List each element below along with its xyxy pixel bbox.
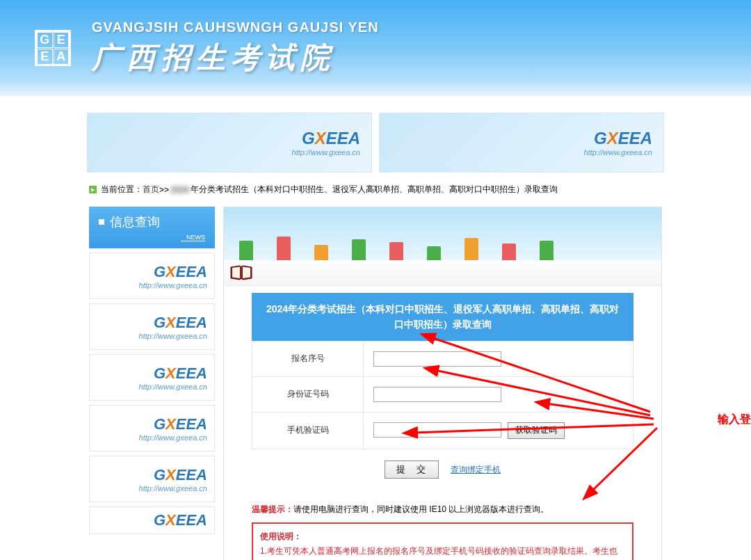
ad-logo: GXEEA — [154, 365, 207, 383]
query-form: 2024年分类考试招生（本科对口中职招生、退役军人高职单招、高职单招、高职对口中… — [224, 286, 661, 504]
ad-logo: GXEEA — [154, 415, 207, 433]
ad-url: http://www.gxeea.cn — [139, 383, 207, 391]
breadcrumb: 当前位置： 首页 >> 2024 年分类考试招生（本科对口中职招生、退役军人高职… — [0, 179, 751, 200]
sidebar-ad[interactable]: GXEEA http://www.gxeea.cn — [89, 456, 215, 502]
header-banner: GEEA GVANGJSIH CAUHSWNGH GAUJSI YEN 广西招生… — [0, 0, 751, 96]
label-regnum: 报名序号 — [252, 341, 364, 376]
ad-url: http://www.gxeea.cn — [139, 433, 207, 442]
ad-url: http://www.gxeea.cn — [292, 148, 360, 157]
header-text: GVANGJSIH CAUHSWNGH GAUJSI YEN 广西招生考试院 — [92, 19, 379, 77]
get-code-button[interactable]: 获取验证码 — [508, 422, 565, 439]
ad-banner-right[interactable]: GXEEA http://www.gxeea.cn — [379, 113, 664, 173]
breadcrumb-icon — [89, 186, 97, 193]
ad-logo: GXEEA — [154, 263, 207, 281]
sidebar-ad[interactable]: GXEEA — [89, 506, 215, 534]
ad-banner-left[interactable]: GXEEA http://www.gxeea.cn — [87, 113, 372, 173]
section-icon-row — [224, 260, 661, 286]
ad-logo: GXEEA — [154, 511, 207, 529]
ad-url: http://www.gxeea.cn — [139, 484, 207, 493]
form-title: 2024年分类考试招生（本科对口中职招生、退役军人高职单招、高职单招、高职对口中… — [252, 293, 633, 341]
ad-url: http://www.gxeea.cn — [584, 148, 652, 157]
instructions-title: 使用说明： — [260, 529, 625, 545]
sidebar-news-label: NEWS — [181, 234, 205, 241]
sidebar-title: 信息查询 — [99, 214, 205, 230]
book-icon — [229, 264, 253, 281]
main-area: 2024年分类考试招生（本科对口中职招生、退役军人高职单招、高职单招、高职对口中… — [223, 207, 662, 560]
ad-logo: GXEEA — [302, 129, 360, 148]
tip-label: 温馨提示： — [252, 504, 293, 514]
annotation-label: 输入登录 — [718, 413, 751, 427]
sidebar-header: 信息查询 NEWS — [89, 207, 215, 248]
input-code[interactable] — [373, 422, 501, 438]
header-subtitle: GVANGJSIH CAUHSWNGH GAUJSI YEN — [92, 19, 379, 35]
breadcrumb-page: 年分类考试招生（本科对口中职招生、退役军人高职单招、高职单招、高职对口中职招生）… — [191, 184, 558, 195]
ad-url: http://www.gxeea.cn — [139, 332, 207, 340]
logo: GEEA — [35, 30, 71, 66]
breadcrumb-year: 2024 — [170, 185, 189, 195]
label-idcard: 身份证号码 — [252, 376, 364, 412]
label-code: 手机验证码 — [252, 412, 364, 449]
tip-text: 请使用电脑进行查询，同时建议使用 IE10 以上浏览器版本进行查询。 — [293, 504, 549, 514]
bind-phone-link[interactable]: 查询绑定手机 — [451, 465, 501, 474]
warm-tip: 温馨提示：请使用电脑进行查询，同时建议使用 IE10 以上浏览器版本进行查询。 — [224, 504, 661, 522]
breadcrumb-label: 当前位置： — [101, 184, 143, 195]
sidebar-ad[interactable]: GXEEA http://www.gxeea.cn — [89, 405, 215, 451]
ad-url: http://www.gxeea.cn — [139, 281, 207, 289]
input-regnum[interactable] — [373, 351, 501, 367]
ad-logo: GXEEA — [594, 129, 652, 148]
sidebar-ad[interactable]: GXEEA http://www.gxeea.cn — [89, 253, 215, 299]
header-title: 广西招生考试院 — [92, 38, 379, 77]
ad-row: GXEEA http://www.gxeea.cn GXEEA http://w… — [0, 106, 751, 179]
instructions-box: 使用说明： 1.考生可凭本人普通高考网上报名的报名序号及绑定手机号码接收的验证码… — [252, 522, 633, 560]
sidebar: 信息查询 NEWS GXEEA http://www.gxeea.cn GXEE… — [89, 207, 215, 560]
ad-logo: GXEEA — [154, 466, 207, 484]
sidebar-ad[interactable]: GXEEA http://www.gxeea.cn — [89, 354, 215, 401]
ad-logo: GXEEA — [154, 314, 207, 332]
instruction-line-1: 1.考生可凭本人普通高考网上报名的报名序号及绑定手机号码接收的验证码查询录取结果… — [260, 544, 625, 560]
sidebar-ad[interactable]: GXEEA http://www.gxeea.cn — [89, 303, 215, 350]
submit-button[interactable]: 提 交 — [385, 461, 439, 479]
main-illustration-banner — [224, 207, 661, 260]
input-idcard[interactable] — [373, 387, 501, 402]
breadcrumb-home[interactable]: 首页 — [143, 184, 159, 195]
breadcrumb-sep: >> — [159, 185, 169, 195]
